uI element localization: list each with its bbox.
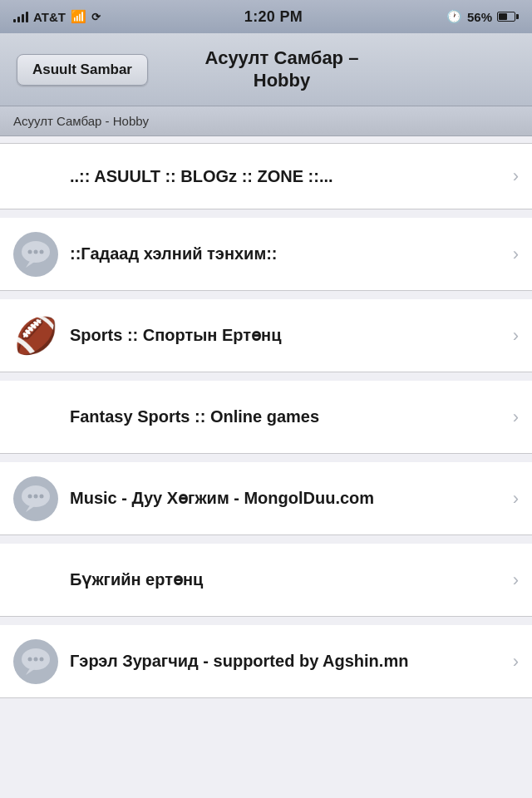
chevron-right-icon: ›	[513, 651, 519, 672]
list-item[interactable]: ..:: ASUULT :: BLOGz :: ZONE ::... ›	[0, 143, 532, 209]
item-icon-bubble	[13, 232, 58, 277]
svg-point-14	[40, 657, 44, 661]
status-right: 🕐 56%	[446, 9, 519, 24]
item-text: Fantasy Sports :: Online games	[70, 406, 501, 428]
chevron-right-icon: ›	[513, 488, 519, 510]
svg-point-9	[40, 494, 44, 498]
list-separator	[0, 291, 532, 299]
list-separator	[0, 372, 532, 381]
item-text: Sports :: Спортын Ертөнц	[70, 324, 501, 347]
item-text: ..:: ASUULT :: BLOGz :: ZONE ::...	[70, 165, 501, 188]
item-icon-sports: 🏈	[13, 313, 58, 358]
item-icon-placeholder	[13, 558, 58, 603]
item-text: Бүжгийн ертөнц	[70, 569, 501, 591]
status-left: AT&T 📶 ⟳	[13, 9, 101, 24]
chevron-right-icon: ›	[513, 325, 519, 347]
item-text: Гэрэл Зурагчид - supported by Agshin.mn	[70, 650, 501, 672]
list-container: ..:: ASUULT :: BLOGz :: ZONE ::... › ::Г…	[0, 143, 532, 698]
list-item[interactable]: Music - Дуу Хөгжим - MongolDuu.com ›	[0, 462, 532, 535]
wifi-icon: 📶	[71, 9, 86, 24]
svg-point-2	[28, 249, 32, 254]
item-icon-placeholder	[13, 154, 58, 199]
carrier-label: AT&T	[33, 10, 66, 24]
svg-point-7	[28, 494, 32, 498]
nav-title: Асуулт Самбар – Hobby	[205, 47, 359, 91]
item-icon-bubble	[13, 476, 58, 521]
chevron-right-icon: ›	[513, 244, 519, 265]
signal-bars-icon	[13, 11, 28, 22]
list-separator	[0, 454, 532, 462]
svg-point-3	[34, 249, 38, 254]
item-icon-bubble	[13, 639, 58, 684]
clock-icon: 🕐	[446, 9, 462, 24]
svg-point-8	[34, 494, 38, 498]
status-bar: AT&T 📶 ⟳ 1:20 PM 🕐 56%	[0, 0, 532, 33]
back-button[interactable]: Asuult Sambar	[17, 54, 148, 86]
list-separator	[0, 535, 532, 544]
list-separator	[0, 617, 532, 625]
navigation-bar: Asuult Sambar Асуулт Самбар – Hobby	[0, 33, 532, 106]
item-icon-placeholder	[13, 395, 58, 440]
item-text: ::Гадаад хэлний тэнхим::	[70, 243, 501, 265]
breadcrumb: Асуулт Самбар - Hobby	[0, 106, 532, 136]
list-item[interactable]: 🏈 Sports :: Спортын Ертөнц ›	[0, 299, 532, 372]
list-item[interactable]: ::Гадаад хэлний тэнхим:: ›	[0, 218, 532, 291]
battery-icon	[497, 12, 519, 22]
list-item[interactable]: Гэрэл Зурагчид - supported by Agshin.mn …	[0, 625, 532, 698]
breadcrumb-text: Асуулт Самбар - Hobby	[13, 114, 149, 128]
list-item[interactable]: Fantasy Sports :: Online games ›	[0, 381, 532, 454]
svg-point-4	[40, 249, 44, 254]
chevron-right-icon: ›	[513, 569, 519, 591]
item-text: Music - Дуу Хөгжим - MongolDuu.com	[70, 487, 501, 510]
svg-point-12	[28, 657, 32, 661]
chevron-right-icon: ›	[513, 406, 519, 428]
chevron-right-icon: ›	[513, 165, 519, 187]
svg-point-13	[34, 657, 38, 661]
list-separator	[0, 209, 532, 218]
list-item[interactable]: Бүжгийн ертөнц ›	[0, 544, 532, 617]
battery-percent: 56%	[467, 10, 492, 24]
activity-icon: ⟳	[91, 11, 101, 23]
status-time: 1:20 PM	[244, 8, 303, 26]
